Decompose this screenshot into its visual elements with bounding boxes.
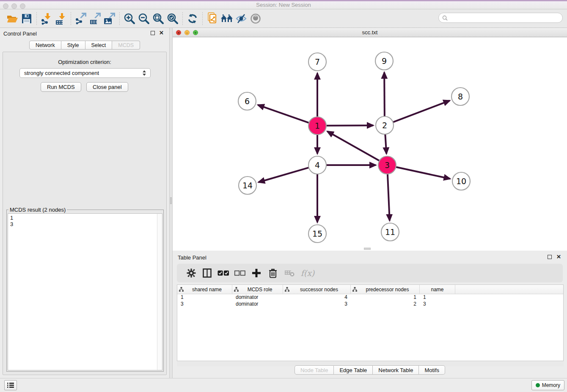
search-input[interactable] bbox=[449, 14, 562, 22]
optimization-criterion-select[interactable]: strongly connected component bbox=[19, 68, 151, 78]
graph-node-label-10: 10 bbox=[456, 177, 466, 186]
mcds-result-scrollbar[interactable] bbox=[157, 214, 162, 370]
optimization-criterion-label: Optimization criterion: bbox=[3, 59, 166, 65]
table-cell[interactable]: 3 bbox=[177, 301, 232, 308]
select-all-checkboxes-icon[interactable] bbox=[215, 267, 232, 279]
graph-edge-1-2[interactable] bbox=[326, 125, 373, 126]
tab-motifs[interactable]: Motifs bbox=[419, 365, 445, 375]
import-table-icon[interactable] bbox=[54, 12, 68, 25]
graph-node-label-4: 4 bbox=[315, 160, 320, 170]
fx-label: f(x) bbox=[301, 268, 315, 278]
float-panel-icon[interactable] bbox=[151, 31, 155, 35]
table-row[interactable]: 1dominator411 bbox=[177, 294, 563, 301]
column-header-predecessor-nodes[interactable]: predecessor nodes bbox=[351, 285, 420, 294]
add-column-icon[interactable] bbox=[248, 267, 265, 279]
network-window: ✕ − + scc.txt 7968124314101511 bbox=[173, 28, 567, 251]
graph-edge-3-10[interactable] bbox=[396, 167, 450, 179]
graph-edge-2-9[interactable] bbox=[384, 72, 385, 116]
delete-column-icon[interactable] bbox=[265, 267, 281, 279]
mcds-result-text[interactable]: 1 3 bbox=[8, 213, 162, 370]
zoom-fit-icon[interactable] bbox=[151, 12, 165, 25]
main-toolbar bbox=[0, 9, 567, 28]
graph-edge-2-3[interactable] bbox=[385, 134, 386, 154]
splitter-grip[interactable] bbox=[170, 197, 172, 204]
gear-icon[interactable] bbox=[184, 267, 199, 279]
list-icon bbox=[7, 382, 14, 388]
column-header-successor-nodes[interactable]: successor nodes bbox=[283, 285, 351, 294]
show-home-networks-icon[interactable] bbox=[220, 12, 234, 25]
tab-mcds[interactable]: MCDS bbox=[112, 41, 140, 50]
close-panel-icon[interactable]: ✕ bbox=[159, 30, 164, 36]
window-top-accent bbox=[0, 0, 567, 1]
import-network-icon[interactable] bbox=[39, 12, 54, 25]
graph-edge-2-8[interactable] bbox=[393, 101, 450, 122]
lens-icon[interactable] bbox=[248, 12, 263, 25]
zoom-out-icon[interactable] bbox=[137, 12, 151, 25]
toolbar-separator bbox=[182, 12, 183, 25]
run-mcds-button[interactable]: Run MCDS bbox=[41, 82, 81, 92]
open-folder-icon[interactable] bbox=[5, 12, 19, 25]
table-cell[interactable]: dominator bbox=[232, 294, 283, 301]
table-cell[interactable]: 1 bbox=[177, 294, 232, 301]
tab-node-table[interactable]: Node Table bbox=[295, 365, 334, 375]
task-history-button[interactable] bbox=[4, 380, 17, 390]
table-row[interactable]: 3dominator323 bbox=[177, 301, 563, 308]
deselect-all-checkboxes-icon[interactable] bbox=[232, 267, 248, 279]
mcds-panel: Optimization criterion: strongly connect… bbox=[3, 52, 167, 375]
clone-network-icon[interactable] bbox=[205, 12, 220, 25]
tab-select[interactable]: Select bbox=[85, 41, 113, 50]
column-header-shared-name[interactable]: shared name bbox=[177, 285, 232, 294]
export-image-icon[interactable] bbox=[102, 12, 117, 25]
table-close-panel-icon[interactable]: ✕ bbox=[556, 254, 561, 260]
search-box[interactable] bbox=[438, 13, 563, 23]
memory-button[interactable]: Memory bbox=[531, 380, 564, 390]
table-cell[interactable]: 3 bbox=[420, 301, 455, 308]
zoom-in-icon[interactable] bbox=[122, 12, 137, 25]
graph-node-label-2: 2 bbox=[382, 121, 387, 130]
column-header-label: predecessor nodes bbox=[357, 287, 418, 293]
graph-edge-3-1[interactable] bbox=[328, 131, 380, 160]
table-cell[interactable]: 3 bbox=[283, 301, 351, 308]
control-panel-tabs: NetworkStyleSelectMCDS bbox=[0, 41, 169, 50]
mcds-result-title: MCDS result (2 nodes) bbox=[8, 207, 67, 213]
tab-edge-table[interactable]: Edge Table bbox=[334, 365, 373, 375]
graph-node-label-6: 6 bbox=[245, 97, 250, 106]
column-header-MCDS-role[interactable]: MCDS role bbox=[232, 285, 283, 294]
graph-edge-4-14[interactable] bbox=[259, 168, 309, 182]
network-canvas[interactable]: 7968124314101511 bbox=[173, 37, 567, 250]
tab-network-table[interactable]: Network Table bbox=[373, 365, 419, 375]
delete-table-icon[interactable] bbox=[281, 267, 298, 279]
table-float-panel-icon[interactable] bbox=[548, 255, 552, 259]
window-title: Session: New Session bbox=[0, 2, 567, 8]
column-header-label: name bbox=[421, 287, 453, 293]
export-table-icon[interactable] bbox=[88, 12, 102, 25]
column-layout-icon[interactable] bbox=[199, 267, 215, 279]
tab-style[interactable]: Style bbox=[61, 41, 85, 50]
save-icon[interactable] bbox=[19, 12, 34, 25]
export-network-icon[interactable] bbox=[74, 12, 88, 25]
hide-view-icon[interactable] bbox=[234, 12, 248, 25]
table-cell[interactable]: 1 bbox=[420, 294, 455, 301]
graph-edge-1-6[interactable] bbox=[258, 105, 309, 123]
graph-edge-3-11[interactable] bbox=[388, 174, 390, 221]
close-panel-button[interactable]: Close panel bbox=[86, 82, 128, 92]
node-table[interactable]: shared nameMCDS rolesuccessor nodesprede… bbox=[177, 284, 564, 361]
refresh-icon[interactable] bbox=[185, 12, 200, 25]
tab-network[interactable]: Network bbox=[29, 41, 61, 50]
table-header-row: shared nameMCDS rolesuccessor nodesprede… bbox=[177, 285, 563, 294]
network-graph[interactable]: 7968124314101511 bbox=[173, 37, 567, 250]
table-cell[interactable]: 1 bbox=[351, 294, 420, 301]
toolbar-separator bbox=[36, 12, 37, 25]
table-tabs: Node TableEdge TableNetwork TableMotifs bbox=[173, 365, 567, 375]
vertical-splitter[interactable] bbox=[169, 28, 173, 378]
column-header-name[interactable]: name bbox=[420, 285, 455, 294]
function-builder-icon[interactable]: f(x) bbox=[298, 267, 317, 279]
zoom-selected-icon[interactable] bbox=[165, 12, 180, 25]
table-cell[interactable]: dominator bbox=[232, 301, 283, 308]
table-cell[interactable]: 4 bbox=[283, 294, 351, 301]
horizontal-splitter-grip[interactable] bbox=[364, 248, 371, 250]
graph-node-label-11: 11 bbox=[385, 227, 395, 237]
table-cell[interactable]: 2 bbox=[351, 301, 420, 308]
network-window-titlebar[interactable]: ✕ − + scc.txt bbox=[173, 28, 567, 37]
graph-node-label-7: 7 bbox=[315, 57, 320, 66]
